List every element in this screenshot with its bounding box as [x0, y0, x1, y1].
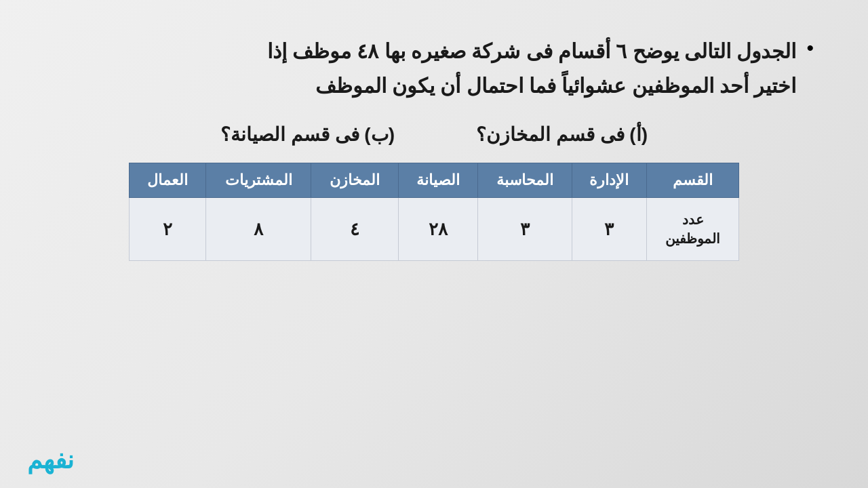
- val-ommal: ٢: [130, 198, 206, 261]
- row-label: عددالموظفين: [647, 198, 739, 261]
- col-header-muhasaba: المحاسبة: [477, 163, 572, 198]
- val-makhazin: ٤: [311, 198, 398, 261]
- logo-text: نفهم: [27, 446, 74, 474]
- val-siana: ٢٨: [398, 198, 477, 261]
- val-idara: ٣: [572, 198, 646, 261]
- question-text: الجدول التالى يوضح ٦ أقسام فى شركة صغيره…: [267, 34, 797, 103]
- table-header-row: القسم الإدارة المحاسبة الصيانة المخازن ا…: [130, 163, 739, 198]
- logo: نفهم: [27, 446, 74, 474]
- val-mushtariat: ٨: [205, 198, 311, 261]
- part-b: (ب) فى قسم الصيانة؟: [220, 123, 395, 146]
- main-content: • الجدول التالى يوضح ٦ أقسام فى شركة صغي…: [0, 0, 868, 288]
- question-block: • الجدول التالى يوضح ٦ أقسام فى شركة صغي…: [54, 34, 814, 123]
- bullet-dot: •: [806, 34, 814, 62]
- val-muhasaba: ٣: [477, 198, 572, 261]
- col-header-idara: الإدارة: [572, 163, 646, 198]
- col-header-qism: القسم: [647, 163, 739, 198]
- part-a: (أ) فى قسم المخازن؟: [476, 123, 648, 146]
- col-header-mushtariat: المشتريات: [205, 163, 311, 198]
- col-header-ommal: العمال: [130, 163, 206, 198]
- question-line1: الجدول التالى يوضح ٦ أقسام فى شركة صغيره…: [267, 40, 797, 62]
- table-data-row: عددالموظفين ٣ ٣ ٢٨ ٤ ٨ ٢: [130, 198, 739, 261]
- question-parts: (أ) فى قسم المخازن؟ (ب) فى قسم الصيانة؟: [54, 123, 814, 146]
- col-header-makhazin: المخازن: [311, 163, 398, 198]
- col-header-siana: الصيانة: [398, 163, 477, 198]
- data-table: القسم الإدارة المحاسبة الصيانة المخازن ا…: [129, 163, 739, 261]
- logo-container: نفهم: [27, 446, 74, 474]
- table-container: القسم الإدارة المحاسبة الصيانة المخازن ا…: [54, 163, 814, 261]
- question-line2: اختير أحد الموظفين عشوائياً فما احتمال أ…: [315, 75, 797, 97]
